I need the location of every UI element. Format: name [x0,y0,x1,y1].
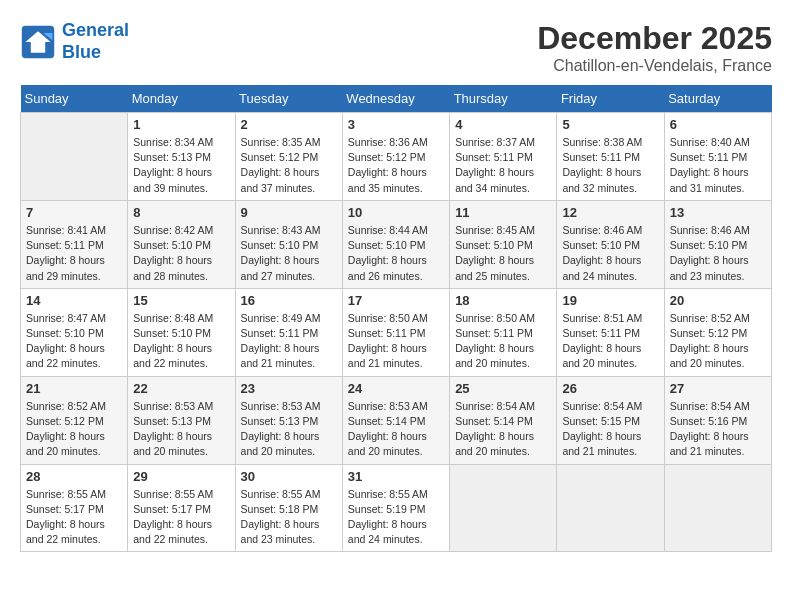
day-info: Sunrise: 8:42 AM Sunset: 5:10 PM Dayligh… [133,223,229,284]
day-number: 8 [133,205,229,220]
day-info: Sunrise: 8:40 AM Sunset: 5:11 PM Dayligh… [670,135,766,196]
day-info: Sunrise: 8:50 AM Sunset: 5:11 PM Dayligh… [455,311,551,372]
day-info: Sunrise: 8:45 AM Sunset: 5:10 PM Dayligh… [455,223,551,284]
day-number: 3 [348,117,444,132]
location-subtitle: Chatillon-en-Vendelais, France [537,57,772,75]
calendar-cell: 30Sunrise: 8:55 AM Sunset: 5:18 PM Dayli… [235,464,342,552]
calendar-cell: 29Sunrise: 8:55 AM Sunset: 5:17 PM Dayli… [128,464,235,552]
day-info: Sunrise: 8:50 AM Sunset: 5:11 PM Dayligh… [348,311,444,372]
day-info: Sunrise: 8:51 AM Sunset: 5:11 PM Dayligh… [562,311,658,372]
day-number: 22 [133,381,229,396]
day-number: 20 [670,293,766,308]
day-info: Sunrise: 8:35 AM Sunset: 5:12 PM Dayligh… [241,135,337,196]
calendar-cell: 3Sunrise: 8:36 AM Sunset: 5:12 PM Daylig… [342,113,449,201]
calendar-table: SundayMondayTuesdayWednesdayThursdayFrid… [20,85,772,552]
logo-text: General Blue [62,20,129,63]
calendar-cell: 28Sunrise: 8:55 AM Sunset: 5:17 PM Dayli… [21,464,128,552]
calendar-header-row: SundayMondayTuesdayWednesdayThursdayFrid… [21,85,772,113]
day-info: Sunrise: 8:37 AM Sunset: 5:11 PM Dayligh… [455,135,551,196]
day-info: Sunrise: 8:52 AM Sunset: 5:12 PM Dayligh… [26,399,122,460]
calendar-cell: 27Sunrise: 8:54 AM Sunset: 5:16 PM Dayli… [664,376,771,464]
day-number: 6 [670,117,766,132]
day-info: Sunrise: 8:53 AM Sunset: 5:13 PM Dayligh… [241,399,337,460]
day-info: Sunrise: 8:36 AM Sunset: 5:12 PM Dayligh… [348,135,444,196]
day-info: Sunrise: 8:48 AM Sunset: 5:10 PM Dayligh… [133,311,229,372]
logo: General Blue [20,20,129,63]
calendar-cell: 8Sunrise: 8:42 AM Sunset: 5:10 PM Daylig… [128,200,235,288]
day-info: Sunrise: 8:38 AM Sunset: 5:11 PM Dayligh… [562,135,658,196]
calendar-cell: 31Sunrise: 8:55 AM Sunset: 5:19 PM Dayli… [342,464,449,552]
day-number: 10 [348,205,444,220]
day-info: Sunrise: 8:55 AM Sunset: 5:17 PM Dayligh… [26,487,122,548]
day-number: 13 [670,205,766,220]
calendar-cell: 9Sunrise: 8:43 AM Sunset: 5:10 PM Daylig… [235,200,342,288]
day-info: Sunrise: 8:41 AM Sunset: 5:11 PM Dayligh… [26,223,122,284]
day-number: 15 [133,293,229,308]
weekday-header-friday: Friday [557,85,664,113]
day-number: 17 [348,293,444,308]
day-info: Sunrise: 8:43 AM Sunset: 5:10 PM Dayligh… [241,223,337,284]
calendar-cell: 11Sunrise: 8:45 AM Sunset: 5:10 PM Dayli… [450,200,557,288]
day-number: 19 [562,293,658,308]
day-number: 27 [670,381,766,396]
day-info: Sunrise: 8:55 AM Sunset: 5:19 PM Dayligh… [348,487,444,548]
weekday-header-wednesday: Wednesday [342,85,449,113]
day-number: 12 [562,205,658,220]
calendar-cell: 19Sunrise: 8:51 AM Sunset: 5:11 PM Dayli… [557,288,664,376]
day-info: Sunrise: 8:54 AM Sunset: 5:16 PM Dayligh… [670,399,766,460]
calendar-week-3: 14Sunrise: 8:47 AM Sunset: 5:10 PM Dayli… [21,288,772,376]
calendar-cell: 16Sunrise: 8:49 AM Sunset: 5:11 PM Dayli… [235,288,342,376]
calendar-cell: 5Sunrise: 8:38 AM Sunset: 5:11 PM Daylig… [557,113,664,201]
day-number: 14 [26,293,122,308]
day-number: 29 [133,469,229,484]
weekday-header-thursday: Thursday [450,85,557,113]
calendar-cell: 18Sunrise: 8:50 AM Sunset: 5:11 PM Dayli… [450,288,557,376]
day-info: Sunrise: 8:53 AM Sunset: 5:13 PM Dayligh… [133,399,229,460]
day-info: Sunrise: 8:52 AM Sunset: 5:12 PM Dayligh… [670,311,766,372]
calendar-cell [21,113,128,201]
calendar-cell: 15Sunrise: 8:48 AM Sunset: 5:10 PM Dayli… [128,288,235,376]
calendar-cell: 14Sunrise: 8:47 AM Sunset: 5:10 PM Dayli… [21,288,128,376]
day-info: Sunrise: 8:46 AM Sunset: 5:10 PM Dayligh… [670,223,766,284]
calendar-cell [450,464,557,552]
day-number: 24 [348,381,444,396]
day-info: Sunrise: 8:54 AM Sunset: 5:14 PM Dayligh… [455,399,551,460]
calendar-cell: 1Sunrise: 8:34 AM Sunset: 5:13 PM Daylig… [128,113,235,201]
calendar-cell: 12Sunrise: 8:46 AM Sunset: 5:10 PM Dayli… [557,200,664,288]
day-number: 9 [241,205,337,220]
calendar-cell: 13Sunrise: 8:46 AM Sunset: 5:10 PM Dayli… [664,200,771,288]
calendar-cell: 20Sunrise: 8:52 AM Sunset: 5:12 PM Dayli… [664,288,771,376]
calendar-cell: 21Sunrise: 8:52 AM Sunset: 5:12 PM Dayli… [21,376,128,464]
day-number: 4 [455,117,551,132]
day-number: 23 [241,381,337,396]
calendar-cell: 26Sunrise: 8:54 AM Sunset: 5:15 PM Dayli… [557,376,664,464]
calendar-cell: 6Sunrise: 8:40 AM Sunset: 5:11 PM Daylig… [664,113,771,201]
day-number: 1 [133,117,229,132]
calendar-cell [664,464,771,552]
calendar-week-2: 7Sunrise: 8:41 AM Sunset: 5:11 PM Daylig… [21,200,772,288]
calendar-week-5: 28Sunrise: 8:55 AM Sunset: 5:17 PM Dayli… [21,464,772,552]
calendar-cell: 24Sunrise: 8:53 AM Sunset: 5:14 PM Dayli… [342,376,449,464]
calendar-cell: 7Sunrise: 8:41 AM Sunset: 5:11 PM Daylig… [21,200,128,288]
day-info: Sunrise: 8:47 AM Sunset: 5:10 PM Dayligh… [26,311,122,372]
day-number: 25 [455,381,551,396]
day-number: 31 [348,469,444,484]
weekday-header-sunday: Sunday [21,85,128,113]
title-block: December 2025 Chatillon-en-Vendelais, Fr… [537,20,772,75]
day-info: Sunrise: 8:55 AM Sunset: 5:17 PM Dayligh… [133,487,229,548]
weekday-header-tuesday: Tuesday [235,85,342,113]
day-number: 2 [241,117,337,132]
weekday-header-saturday: Saturday [664,85,771,113]
day-number: 26 [562,381,658,396]
calendar-week-4: 21Sunrise: 8:52 AM Sunset: 5:12 PM Dayli… [21,376,772,464]
logo-icon [20,24,56,60]
calendar-cell: 22Sunrise: 8:53 AM Sunset: 5:13 PM Dayli… [128,376,235,464]
day-info: Sunrise: 8:49 AM Sunset: 5:11 PM Dayligh… [241,311,337,372]
calendar-cell [557,464,664,552]
calendar-cell: 23Sunrise: 8:53 AM Sunset: 5:13 PM Dayli… [235,376,342,464]
month-title: December 2025 [537,20,772,57]
calendar-cell: 2Sunrise: 8:35 AM Sunset: 5:12 PM Daylig… [235,113,342,201]
day-info: Sunrise: 8:46 AM Sunset: 5:10 PM Dayligh… [562,223,658,284]
calendar-cell: 25Sunrise: 8:54 AM Sunset: 5:14 PM Dayli… [450,376,557,464]
day-number: 11 [455,205,551,220]
